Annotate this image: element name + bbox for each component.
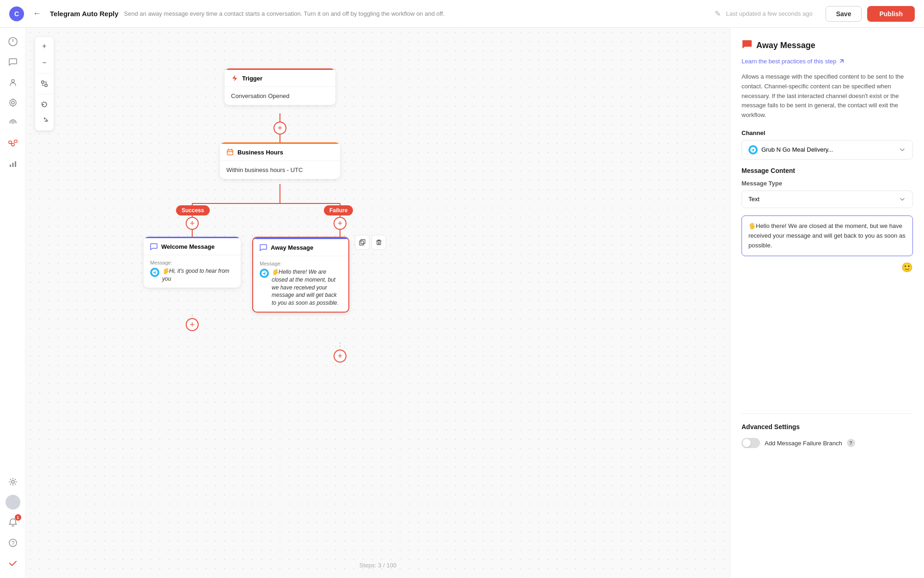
undo-button[interactable] bbox=[37, 97, 52, 112]
trigger-node-header: Trigger bbox=[225, 68, 335, 87]
notifications-wrapper: 1 bbox=[4, 513, 22, 532]
trigger-node-title: Trigger bbox=[242, 75, 262, 82]
advanced-settings-section: Advanced Settings Add Message Failure Br… bbox=[742, 423, 913, 448]
svg-rect-30 bbox=[227, 150, 233, 155]
sidebar-item-dashboard[interactable] bbox=[4, 32, 22, 51]
trigger-node[interactable]: Trigger Conversation Opened bbox=[225, 68, 335, 105]
emoji-picker-button[interactable]: 🙂 bbox=[901, 262, 913, 273]
app-avatar: C bbox=[9, 6, 24, 21]
svg-point-6 bbox=[12, 123, 13, 124]
svg-rect-8 bbox=[12, 143, 14, 146]
learn-best-practices-link[interactable]: Learn the best practices of this step bbox=[742, 58, 913, 65]
away-message-title: Away Message bbox=[271, 244, 313, 251]
sidebar-item-broadcast[interactable] bbox=[4, 114, 22, 132]
panel-description: Allows a message with the specified cont… bbox=[742, 72, 913, 120]
svg-point-2 bbox=[10, 99, 16, 106]
message-footer: 🙂 bbox=[742, 260, 913, 275]
delete-node-button[interactable] bbox=[371, 235, 386, 250]
add-node-failure-branch[interactable]: + bbox=[334, 217, 346, 230]
svg-rect-32 bbox=[359, 241, 364, 245]
message-type-select[interactable]: Text bbox=[742, 191, 913, 208]
add-node-success-branch[interactable]: + bbox=[186, 217, 199, 230]
message-type-value: Text bbox=[748, 196, 760, 203]
toggle-knob bbox=[742, 439, 751, 447]
trigger-node-body: Conversation Opened bbox=[225, 87, 335, 105]
zoom-out-button[interactable]: − bbox=[37, 55, 52, 70]
business-hours-title: Business Hours bbox=[237, 149, 283, 156]
welcome-message-title: Welcome Message bbox=[161, 243, 214, 250]
failure-branch-toggle[interactable] bbox=[742, 438, 760, 448]
away-msg-label: Message: bbox=[260, 261, 342, 266]
business-hours-header: Business Hours bbox=[220, 142, 340, 161]
welcome-message-header: Welcome Message bbox=[144, 237, 241, 255]
sidebar-item-reports[interactable] bbox=[4, 154, 22, 173]
channel-label: Channel bbox=[742, 129, 913, 136]
channel-select[interactable]: Grub N Go Meal Delivery... bbox=[742, 140, 913, 160]
channel-dropdown-icon bbox=[899, 146, 906, 154]
failure-branch-toggle-row: Add Message Failure Branch ? bbox=[742, 438, 913, 448]
node-action-buttons bbox=[355, 235, 650, 250]
welcome-message-content: Message: 🖐Hi, it's good to hear from you bbox=[144, 255, 241, 288]
steps-counter: Steps: 3 / 100 bbox=[359, 562, 396, 569]
welcome-message-node[interactable]: Welcome Message Message: 🖐Hi, it's good … bbox=[144, 237, 241, 288]
channel-telegram-icon bbox=[748, 145, 758, 154]
away-message-node[interactable]: Away Message Message: 🖐Hello there! We a… bbox=[252, 237, 349, 313]
edit-title-icon[interactable]: ✎ bbox=[715, 9, 721, 18]
sidebar-item-chat[interactable] bbox=[4, 53, 22, 71]
add-node-after-trigger[interactable]: + bbox=[274, 122, 286, 135]
add-node-below-welcome[interactable]: + bbox=[186, 318, 199, 331]
copy-node-button[interactable] bbox=[355, 235, 370, 250]
notification-badge: 1 bbox=[15, 514, 21, 521]
svg-rect-12 bbox=[10, 165, 11, 167]
left-sidebar: 1 ? bbox=[0, 28, 26, 578]
save-button[interactable]: Save bbox=[826, 6, 862, 22]
back-button[interactable]: ← bbox=[30, 6, 44, 21]
svg-rect-19 bbox=[45, 84, 47, 86]
success-branch-label: Success bbox=[176, 205, 210, 215]
sidebar-item-workflow[interactable] bbox=[4, 134, 22, 153]
publish-button[interactable]: Publish bbox=[867, 6, 915, 22]
sidebar-item-target[interactable] bbox=[4, 93, 22, 112]
add-node-below-away[interactable]: + bbox=[334, 350, 346, 363]
away-msg-text: 🖐Hello there! We are closed at the momen… bbox=[260, 268, 342, 307]
svg-rect-33 bbox=[377, 241, 381, 245]
sidebar-item-settings[interactable] bbox=[4, 473, 22, 491]
business-hours-node[interactable]: Business Hours Within business hours - U… bbox=[220, 142, 340, 179]
welcome-telegram-icon bbox=[150, 268, 159, 277]
svg-text:?: ? bbox=[11, 540, 14, 547]
failure-branch-help-icon[interactable]: ? bbox=[847, 439, 855, 447]
user-avatar bbox=[6, 495, 20, 510]
svg-rect-14 bbox=[15, 161, 16, 167]
fit-view-button[interactable] bbox=[37, 76, 52, 91]
failure-branch-label: Add Message Failure Branch bbox=[765, 440, 842, 447]
advanced-settings-title: Advanced Settings bbox=[742, 423, 913, 430]
panel-header: Away Message bbox=[742, 39, 913, 52]
checkmark-icon[interactable] bbox=[4, 554, 22, 572]
away-message-header: Away Message bbox=[253, 238, 348, 256]
sidebar-item-contacts[interactable] bbox=[4, 73, 22, 92]
panel-header-icon bbox=[742, 39, 753, 52]
topbar: C ← Telegram Auto Reply Send an away mes… bbox=[0, 0, 924, 28]
welcome-msg-text: 🖐Hi, it's good to hear from you bbox=[150, 267, 234, 283]
svg-rect-7 bbox=[9, 141, 12, 143]
message-type-label: Message Type bbox=[742, 180, 913, 187]
redo-button[interactable] bbox=[37, 114, 52, 129]
last-updated-text: Last updated a few seconds ago bbox=[726, 10, 813, 17]
message-content-title: Message Content bbox=[742, 167, 913, 174]
main-layout: 1 ? + − bbox=[0, 28, 924, 578]
panel-divider bbox=[742, 413, 913, 414]
message-type-dropdown-icon bbox=[899, 196, 906, 203]
away-telegram-icon bbox=[260, 269, 269, 278]
message-content-area[interactable]: 🖐Hello there! We are closed at the momen… bbox=[742, 215, 913, 256]
workflow-title: Telegram Auto Reply bbox=[50, 10, 118, 18]
svg-rect-9 bbox=[14, 140, 17, 142]
message-content-text: 🖐Hello there! We are closed at the momen… bbox=[748, 222, 906, 249]
help-icon[interactable]: ? bbox=[4, 534, 22, 552]
canvas-area[interactable]: + − bbox=[26, 28, 730, 578]
panel-title: Away Message bbox=[756, 41, 815, 50]
svg-point-3 bbox=[12, 101, 14, 104]
business-hours-body: Within business hours - UTC bbox=[220, 161, 340, 179]
sidebar-bottom: 1 ? bbox=[4, 473, 22, 578]
zoom-in-button[interactable]: + bbox=[37, 39, 52, 54]
welcome-msg-label: Message: bbox=[150, 260, 234, 265]
